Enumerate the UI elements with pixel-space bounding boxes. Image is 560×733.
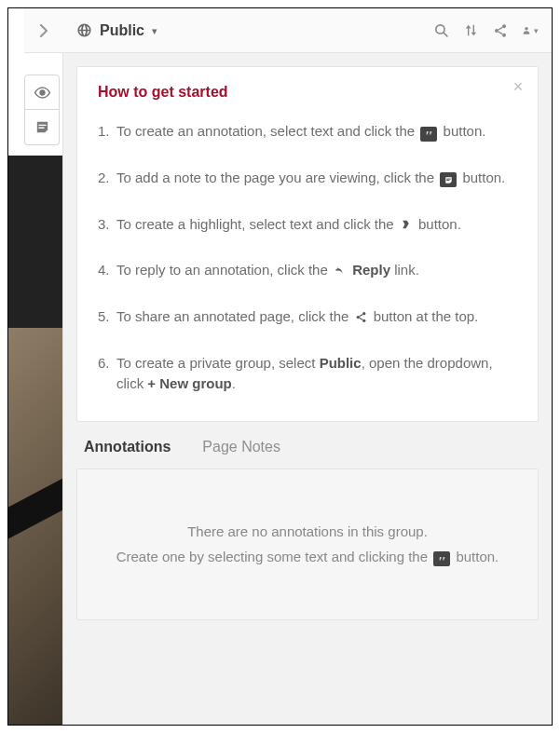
svg-point-5 <box>525 27 528 30</box>
toolbar: Public ▾ ▾ <box>24 8 552 53</box>
help-step: To add a note to the page you are viewin… <box>98 168 517 188</box>
help-text: button. <box>439 123 485 139</box>
help-step: To reply to an annotation, click the Rep… <box>98 260 517 280</box>
bg-hero: SBO 01 <box>8 156 62 328</box>
empty-line: There are no annotations in this group. <box>96 520 519 544</box>
help-text: link. <box>390 262 419 278</box>
help-step: To create a private group, select Public… <box>98 353 517 394</box>
mini-toolbar <box>24 75 60 145</box>
svg-point-6 <box>40 90 45 95</box>
reply-arrow-icon <box>334 265 347 278</box>
toolbar-actions: ▾ <box>432 22 552 39</box>
help-text: To create an annotation, select text and… <box>116 123 418 139</box>
help-card: × How to get started To create an annota… <box>76 66 539 422</box>
help-step: To share an annotated page, click the bu… <box>98 306 517 327</box>
svg-point-9 <box>362 319 365 322</box>
globe-icon <box>76 22 92 38</box>
help-text: button at the top. <box>370 308 479 324</box>
bg-image <box>8 328 62 725</box>
help-text: To share an annotated page, click the <box>116 308 353 324</box>
help-title: How to get started <box>98 84 517 101</box>
annotate-icon <box>433 551 450 566</box>
public-label: Public <box>320 355 362 371</box>
chevron-down-icon: ▾ <box>534 26 539 35</box>
svg-point-4 <box>502 33 506 36</box>
collapse-sidebar-button[interactable] <box>28 16 58 46</box>
svg-point-7 <box>362 312 365 315</box>
help-text: To create a private group, select <box>116 355 320 371</box>
close-help-button[interactable]: × <box>510 78 526 95</box>
scope-selector[interactable]: Public ▾ <box>76 22 157 39</box>
help-step: To create a highlight, select text and c… <box>98 214 517 235</box>
svg-line-1 <box>443 33 446 36</box>
bg-hero-line: SBO <box>8 203 62 241</box>
help-text: To add a note to the page you are viewin… <box>116 170 438 185</box>
svg-point-2 <box>502 24 506 28</box>
sort-button[interactable] <box>462 22 479 39</box>
empty-text: button. <box>452 549 499 564</box>
new-group-label: + New group <box>147 375 231 391</box>
empty-line: Create one by selecting some text and cl… <box>96 545 519 569</box>
highlight-icon <box>400 218 413 231</box>
help-steps: To create an annotation, select text and… <box>98 121 517 393</box>
empty-text: Create one by selecting some text and cl… <box>116 549 432 564</box>
new-page-note-button[interactable] <box>24 110 60 145</box>
bg-hero-line: 01 <box>8 242 62 280</box>
help-text: To create a highlight, select text and c… <box>116 216 398 232</box>
tab-page-notes[interactable]: Page Notes <box>202 439 280 455</box>
annotate-icon <box>420 127 437 142</box>
scope-label: Public <box>100 22 144 39</box>
share-button[interactable] <box>492 22 509 39</box>
tab-annotations[interactable]: Annotations <box>84 439 171 455</box>
help-step: To create an annotation, select text and… <box>98 121 517 142</box>
svg-point-3 <box>495 29 499 33</box>
help-text: button. <box>458 170 505 185</box>
reply-label: Reply <box>352 262 390 278</box>
svg-point-8 <box>357 316 360 319</box>
account-menu[interactable]: ▾ <box>522 22 539 39</box>
share-icon <box>355 311 368 324</box>
empty-state: There are no annotations in this group. … <box>76 468 539 620</box>
help-text: button. <box>415 216 461 232</box>
page-background: SBO 01 ON TO <box>8 53 62 725</box>
tabs: Annotations Page Notes <box>63 439 552 468</box>
annotation-sidebar: × How to get started To create an annota… <box>62 53 552 725</box>
help-text: To reply to an annotation, click the <box>116 262 332 278</box>
search-button[interactable] <box>432 22 449 39</box>
page-note-icon <box>440 172 457 187</box>
help-text: . <box>232 375 236 391</box>
toggle-highlights-button[interactable] <box>24 75 60 110</box>
chevron-down-icon: ▾ <box>152 25 157 37</box>
